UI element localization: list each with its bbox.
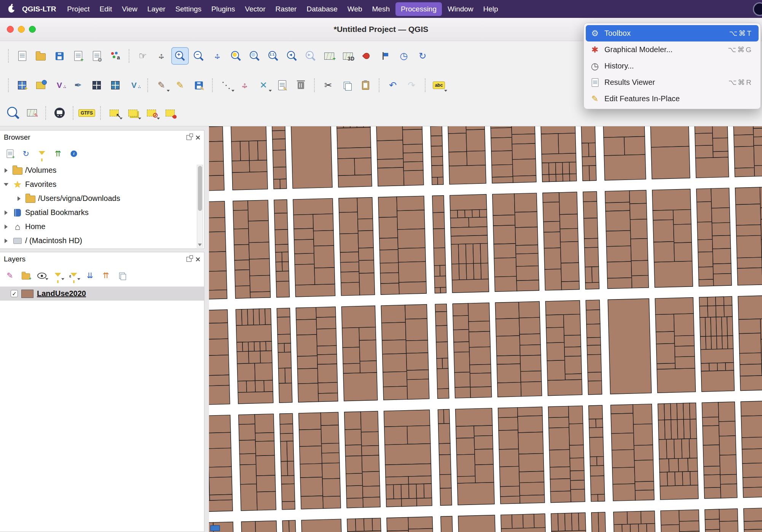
disclosure-arrow-icon[interactable] xyxy=(2,210,10,215)
deselect-features-button[interactable]: ⊘ xyxy=(143,104,160,122)
menu-plugins[interactable]: Plugins xyxy=(206,0,240,18)
processing-menu-item-toolbox[interactable]: ⚙ Toolbox ⌥⌘T xyxy=(586,25,759,41)
map-canvas[interactable] xyxy=(209,126,762,532)
browser-float-button[interactable] xyxy=(187,135,191,140)
layer-row-landuse2020[interactable]: ✓ LandUse2020 xyxy=(0,287,204,301)
browser-scrollbar[interactable] xyxy=(197,165,203,248)
menu-project[interactable]: Project xyxy=(62,0,94,18)
browser-collapse-all-button[interactable]: ⇈ xyxy=(51,147,65,161)
gtfs-go-button[interactable]: GTFS xyxy=(78,104,96,122)
zoom-to-layer-button[interactable] xyxy=(246,47,263,65)
menu-database[interactable]: Database xyxy=(301,0,342,18)
modify-attributes-button[interactable]: ✎ xyxy=(273,76,291,94)
current-edits-button[interactable]: ✎ xyxy=(153,76,170,94)
disclosure-arrow-icon[interactable] xyxy=(15,196,23,201)
filter-legend-button[interactable] xyxy=(51,269,65,282)
open-layer-styling-button[interactable]: ✎ xyxy=(3,269,17,282)
zoom-in-button[interactable]: + xyxy=(171,47,189,65)
expand-all-button[interactable]: ⇊ xyxy=(83,269,97,282)
browser-item-macintosh-hd[interactable]: / (Macintosh HD) xyxy=(0,234,204,248)
apple-menu-icon[interactable] xyxy=(8,6,14,13)
layer-visibility-checkbox[interactable]: ✓ xyxy=(11,290,18,297)
collapse-all-button[interactable]: ⇈ xyxy=(99,269,113,282)
add-virtual-layer-button[interactable]: V xyxy=(125,76,143,94)
new-print-layout-button[interactable]: + xyxy=(69,47,87,65)
browser-properties-button[interactable]: i xyxy=(67,147,81,161)
zoom-to-selection-button[interactable] xyxy=(227,47,245,65)
browser-item-volumes[interactable]: /Volumes xyxy=(0,163,204,177)
add-group-button[interactable]: + xyxy=(19,269,33,282)
zoom-full-button[interactable]: ↔↕ xyxy=(209,47,226,65)
filter-by-expression-button[interactable]: ε xyxy=(67,269,81,282)
menu-vector[interactable]: Vector xyxy=(240,0,271,18)
add-raster-layer-button[interactable] xyxy=(88,76,105,94)
menu-view[interactable]: View xyxy=(117,0,142,18)
menu-edit[interactable]: Edit xyxy=(95,0,117,18)
dropdown-arrow-icon[interactable] xyxy=(444,90,447,92)
dropdown-arrow-icon[interactable] xyxy=(138,118,141,119)
processing-menu-item-edit-features-in-place[interactable]: ✎ Edit Features In-Place xyxy=(586,91,759,107)
delete-selected-button[interactable] xyxy=(292,76,309,94)
new-geopackage-layer-button[interactable] xyxy=(32,76,49,94)
show-spatial-bookmarks-button[interactable] xyxy=(376,47,394,65)
disclosure-arrow-icon[interactable] xyxy=(2,239,10,243)
dropdown-arrow-icon[interactable] xyxy=(269,90,272,92)
scrollbar-thumb[interactable] xyxy=(198,166,202,211)
layer-color-swatch[interactable] xyxy=(21,290,33,298)
menubar-status-icon[interactable] xyxy=(753,2,762,16)
zoom-native-button[interactable]: 1:1 xyxy=(265,47,282,65)
browser-item-home[interactable]: ⌂ Home xyxy=(0,220,204,234)
open-project-button[interactable] xyxy=(32,47,49,65)
temporal-controller-button[interactable]: ◷ xyxy=(395,47,413,65)
move-feature-button[interactable]: ↔↕ xyxy=(236,76,253,94)
cut-features-button[interactable]: ✂ xyxy=(319,76,337,94)
processing-menu-item-history[interactable]: ◷ History... xyxy=(586,58,759,74)
new-3d-map-view-button[interactable]: 3D xyxy=(339,47,357,65)
browser-filter-button[interactable] xyxy=(35,147,49,161)
layer-name[interactable]: LandUse2020 xyxy=(37,289,86,298)
layers-close-button[interactable] xyxy=(195,257,200,262)
layout-manager-button[interactable]: ⚙ xyxy=(88,47,105,65)
disclosure-arrow-icon[interactable] xyxy=(2,168,10,173)
pan-to-selection-button[interactable]: ↔↕ xyxy=(153,47,170,65)
processing-menu-item-graphical-modeler[interactable]: ✱ Graphical Modeler... ⌥⌘G xyxy=(586,41,759,58)
select-features-by-value-button[interactable] xyxy=(124,104,142,122)
paste-features-button[interactable] xyxy=(357,76,374,94)
zoom-last-button[interactable]: ◂ xyxy=(283,47,301,65)
browser-item-downloads[interactable]: /Users/vigna/Downloads xyxy=(0,191,204,205)
dropdown-arrow-icon[interactable] xyxy=(45,278,48,280)
undo-button[interactable]: ↶ xyxy=(384,76,402,94)
processing-menu-item-results-viewer[interactable]: Results Viewer ⌥⌘R xyxy=(586,74,759,91)
dropdown-arrow-icon[interactable] xyxy=(120,118,123,119)
disclosure-arrow-icon[interactable] xyxy=(2,183,10,186)
menu-mesh[interactable]: Mesh xyxy=(367,0,395,18)
menu-web[interactable]: Web xyxy=(343,0,367,18)
new-spatial-bookmark-button[interactable] xyxy=(358,47,375,65)
select-features-button[interactable]: ↖ xyxy=(105,104,123,122)
vertex-tool-button[interactable]: ✕ xyxy=(255,76,272,94)
browser-close-button[interactable] xyxy=(195,135,200,140)
menu-help[interactable]: Help xyxy=(478,0,503,18)
zoom-out-button[interactable]: − xyxy=(190,47,207,65)
save-project-button[interactable] xyxy=(51,47,68,65)
map-view[interactable] xyxy=(209,126,762,532)
redo-button[interactable]: ↷ xyxy=(403,76,420,94)
data-source-manager-button[interactable]: + xyxy=(13,76,31,94)
add-vector-layer-button[interactable]: V xyxy=(51,76,68,94)
style-manager-button[interactable]: a xyxy=(107,47,124,65)
toggle-editing-button[interactable]: ✎ xyxy=(171,76,189,94)
refresh-map-button[interactable]: ↻ xyxy=(414,47,431,65)
select-by-location-button[interactable] xyxy=(161,104,179,122)
new-project-button[interactable] xyxy=(13,47,31,65)
browser-item-favorites[interactable]: ★ Favorites xyxy=(0,177,204,191)
disclosure-arrow-icon[interactable] xyxy=(2,225,10,229)
dropdown-arrow-icon[interactable] xyxy=(231,90,234,92)
copy-features-button[interactable] xyxy=(338,76,355,94)
browser-item-spatial-bookmarks[interactable]: Spatial Bookmarks xyxy=(0,205,204,220)
menu-processing[interactable]: Processing xyxy=(395,2,442,16)
dropdown-arrow-icon[interactable] xyxy=(77,278,80,280)
layer-labeling-button[interactable]: abc xyxy=(430,76,448,94)
add-mesh-layer-button[interactable] xyxy=(107,76,124,94)
save-layer-edits-button[interactable]: ✎ xyxy=(190,76,207,94)
menu-settings[interactable]: Settings xyxy=(171,0,207,18)
